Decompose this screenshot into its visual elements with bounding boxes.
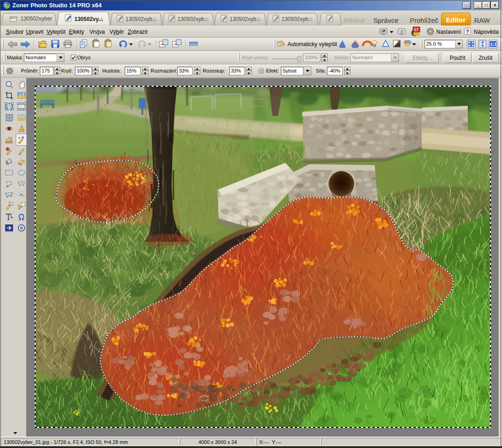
svg-text:Z: Z — [5, 3, 7, 8]
svg-text:Prohlížeč: Prohlížeč — [410, 16, 439, 24]
svg-text:130502vy...: 130502vy... — [74, 16, 103, 22]
svg-text:130502vyb...: 130502vyb... — [178, 16, 209, 22]
svg-text:130502vyb...: 130502vyb... — [126, 16, 157, 22]
svg-text:×: × — [257, 16, 260, 22]
svg-text:2: 2 — [401, 30, 403, 34]
svg-text:1:1: 1:1 — [490, 42, 497, 47]
svg-text:×: × — [309, 16, 312, 22]
svg-text:130502vyber: 130502vyber — [21, 16, 52, 22]
svg-text:130502vyb...: 130502vyb... — [230, 16, 261, 22]
svg-text:?: ? — [466, 29, 469, 34]
svg-text:×: × — [153, 16, 156, 22]
svg-text:Správce: Správce — [373, 16, 398, 24]
svg-text:130502vyb...: 130502vyb... — [282, 16, 313, 22]
svg-text:×: × — [205, 16, 208, 22]
svg-text:Editor: Editor — [446, 16, 465, 24]
svg-text:Automaticky vylepšit: Automaticky vylepšit — [288, 41, 337, 47]
svg-text:17: 17 — [414, 27, 418, 32]
svg-text:RAW: RAW — [474, 16, 490, 24]
svg-text:×: × — [100, 16, 103, 22]
svg-text:Přihlásit: Přihlásit — [344, 17, 365, 24]
